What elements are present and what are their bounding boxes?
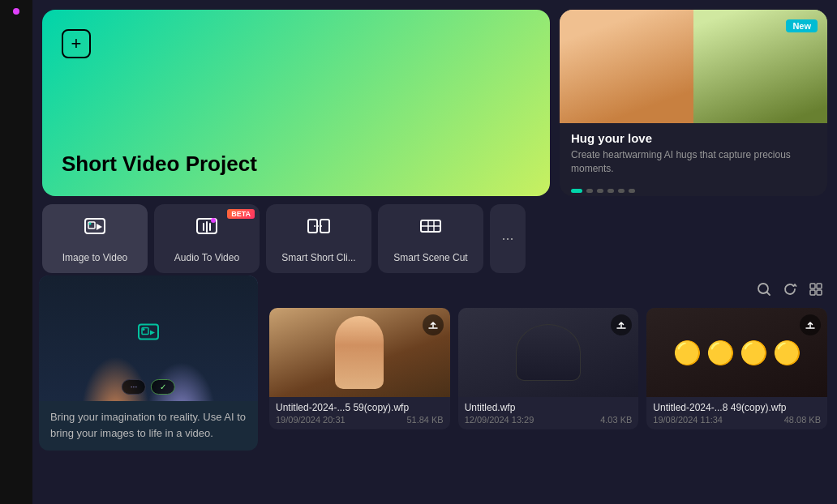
files-header (269, 281, 827, 301)
tool-row: Image to Video BETA Audio To Video (42, 204, 827, 273)
emoji-0: 🟡 (673, 340, 702, 366)
file-meta-0: 19/09/2024 20:31 51.84 KB (276, 415, 444, 425)
file-card-2[interactable]: 🟡 🟡 🟡 🟡 Untitled- (646, 308, 827, 429)
preview-ai-icon (135, 319, 161, 351)
file-card-1[interactable]: Untitled.wfp 12/09/2024 13:29 4.03 KB (458, 308, 639, 429)
file-size-1: 4.03 KB (600, 415, 632, 425)
hero-card[interactable]: + Short Video Project (42, 10, 550, 196)
search-icon[interactable] (756, 281, 772, 301)
svg-point-4 (211, 218, 216, 223)
tool-smart-scene-cut-label: Smart Scene Cut (393, 252, 467, 263)
file-size-0: 51.84 KB (406, 415, 443, 425)
tool-smart-short-clip-label: Smart Short Cli... (281, 252, 355, 263)
file-name-1: Untitled.wfp (465, 402, 633, 413)
file-date-2: 19/08/2024 11:34 (653, 415, 723, 425)
file-date-0: 19/09/2024 20:31 (276, 415, 346, 425)
new-badge: New (786, 19, 818, 32)
plus-icon: + (62, 29, 91, 58)
emoji-grid: 🟡 🟡 🟡 🟡 (660, 327, 814, 379)
file-thumb-0 (269, 308, 450, 397)
refresh-icon[interactable] (782, 281, 798, 301)
preview-badge-confirm: ✓ (151, 379, 175, 395)
svg-rect-14 (810, 290, 815, 295)
file-name-0: Untitled-2024-...5 59(copy).wfp (276, 402, 444, 413)
more-tools-button[interactable]: ··· (490, 204, 526, 273)
feature-card[interactable]: New Hug your love Create heartwarming AI… (560, 10, 827, 196)
carousel-dot-1[interactable] (586, 189, 593, 193)
more-icon: ··· (501, 230, 513, 247)
smart-scene-cut-icon (418, 214, 444, 246)
svg-rect-12 (810, 284, 815, 288)
layout-icon[interactable] (808, 281, 824, 301)
file-info-1: Untitled.wfp 12/09/2024 13:29 4.03 KB (458, 397, 639, 429)
files-grid: Untitled-2024-...5 59(copy).wfp 19/09/20… (269, 308, 827, 429)
beta-badge: BETA (227, 209, 255, 219)
svg-point-10 (143, 328, 145, 331)
file-meta-2: 19/08/2024 11:34 48.08 KB (653, 415, 821, 425)
main-content: + Short Video Project New Hug your love … (32, 0, 837, 504)
upload-icon-2[interactable] (800, 314, 821, 335)
upload-icon-0[interactable] (423, 314, 444, 335)
tool-audio-to-video-label: Audio To Video (174, 252, 239, 263)
top-section: + Short Video Project New Hug your love … (42, 10, 827, 196)
tool-image-to-video[interactable]: Image to Video (42, 204, 148, 273)
tool-smart-short-clip[interactable]: Smart Short Cli... (266, 204, 371, 273)
feature-title: Hug your love (571, 131, 816, 145)
feature-description: Create heartwarming AI hugs that capture… (571, 148, 816, 176)
tool-smart-scene-cut[interactable]: Smart Scene Cut (378, 204, 483, 273)
tool-image-to-video-label: Image to Video (62, 252, 128, 263)
file-name-2: Untitled-2024-...8 49(copy).wfp (653, 402, 821, 413)
emoji-3: 🟡 (773, 340, 801, 366)
file-size-2: 48.08 KB (784, 415, 821, 425)
portrait-left (560, 10, 693, 123)
tool-audio-to-video[interactable]: BETA Audio To Video (154, 204, 260, 273)
svg-rect-13 (817, 284, 822, 288)
svg-point-2 (89, 223, 92, 225)
carousel-dot-2[interactable] (597, 189, 603, 193)
smart-short-clip-icon (306, 214, 332, 246)
file-thumb-1 (458, 308, 639, 397)
svg-rect-5 (308, 220, 317, 233)
preview-image: ··· ✓ (39, 275, 258, 401)
feature-info: Hug your love Create heartwarming AI hug… (560, 123, 827, 184)
person-shape (335, 316, 384, 389)
carousel-dots (560, 184, 827, 193)
upload-icon-1[interactable] (611, 314, 632, 335)
file-info-0: Untitled-2024-...5 59(copy).wfp 19/09/20… (269, 397, 450, 429)
svg-rect-15 (817, 290, 822, 295)
sidebar-accent-dot (13, 8, 19, 15)
audio-to-video-icon (194, 214, 220, 246)
file-thumb-2: 🟡 🟡 🟡 🟡 (646, 308, 827, 397)
carousel-dot-0[interactable] (571, 189, 582, 193)
carousel-dot-4[interactable] (618, 189, 625, 193)
preview-description: Bring your imagination to reality. Use A… (39, 401, 258, 451)
carousel-dot-3[interactable] (607, 189, 614, 193)
sidebar (0, 0, 32, 504)
file-card-0[interactable]: Untitled-2024-...5 59(copy).wfp 19/09/20… (269, 308, 450, 429)
dark-shape (516, 324, 581, 381)
file-info-2: Untitled-2024-...8 49(copy).wfp 19/08/20… (646, 397, 827, 429)
image-to-video-icon (82, 214, 108, 246)
emoji-2: 🟡 (740, 340, 768, 366)
preview-badge-style: ··· (122, 379, 146, 395)
emoji-1: 🟡 (706, 340, 735, 366)
file-date-1: 12/09/2024 13:29 (465, 415, 534, 425)
file-cards: Untitled-2024-...5 59(copy).wfp 19/09/20… (269, 281, 827, 494)
file-meta-1: 12/09/2024 13:29 4.03 KB (465, 415, 633, 425)
carousel-dot-5[interactable] (629, 189, 635, 193)
preview-badges: ··· ✓ (122, 379, 175, 395)
preview-tooltip: ··· ✓ Bring your imagination to reality.… (39, 275, 258, 451)
hero-title: Short Video Project (62, 152, 530, 177)
